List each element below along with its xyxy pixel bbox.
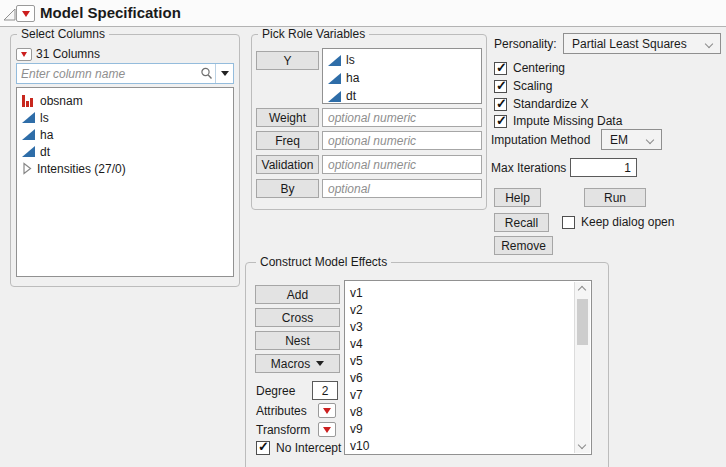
column-search-box	[16, 63, 234, 84]
standardize-x-checkbox[interactable]	[494, 98, 507, 111]
degree-field	[312, 381, 338, 400]
effect-item[interactable]: v2	[345, 301, 591, 318]
max-iterations-field	[570, 158, 637, 177]
scaling-checkbox[interactable]	[494, 80, 507, 93]
help-button[interactable]: Help	[494, 188, 541, 207]
by-input[interactable]	[323, 180, 481, 197]
standardize-x-row: Standardize X	[494, 97, 588, 111]
weight-input[interactable]	[323, 109, 481, 126]
degree-input[interactable]	[313, 382, 337, 399]
effect-item[interactable]: v5	[345, 352, 591, 369]
recall-button[interactable]: Recall	[494, 213, 549, 232]
no-intercept-checkbox[interactable]	[256, 441, 270, 455]
scaling-label: Scaling	[513, 79, 552, 93]
list-item[interactable]: dt	[323, 87, 481, 104]
validation-role-button[interactable]: Validation	[256, 155, 319, 174]
personality-label: Personality:	[494, 37, 557, 51]
effect-item[interactable]: v4	[345, 335, 591, 352]
effect-item[interactable]: v6	[345, 369, 591, 386]
scroll-down-icon[interactable]	[578, 441, 586, 449]
no-intercept-row: No Intercept	[256, 441, 341, 455]
chevron-down-icon	[646, 136, 654, 144]
list-item[interactable]: ls	[323, 51, 481, 69]
y-variable: ha	[346, 71, 359, 85]
nominal-bars-icon	[22, 94, 35, 107]
list-item[interactable]: ha	[17, 126, 233, 143]
remove-button[interactable]: Remove	[494, 236, 553, 255]
list-item[interactable]: obsnam	[17, 92, 233, 109]
red-triangle-icon	[323, 427, 331, 433]
chevron-down-icon	[316, 361, 324, 366]
imputation-method-label: Imputation Method	[491, 133, 590, 147]
max-iterations-label: Max Iterations	[491, 161, 566, 175]
effects-listbox: v1 v2 v3 v4 v5 v6 v7 v8 v9 v10	[344, 280, 592, 455]
centering-checkbox[interactable]	[494, 62, 507, 75]
freq-input[interactable]	[323, 132, 481, 149]
weight-role-button[interactable]: Weight	[256, 108, 319, 127]
expand-arrow-icon[interactable]	[22, 162, 32, 175]
by-role-button[interactable]: By	[256, 179, 319, 198]
red-triangle-icon	[323, 408, 331, 414]
search-icon	[200, 67, 213, 80]
chevron-down-icon	[705, 40, 713, 48]
list-item[interactable]: dt	[17, 143, 233, 160]
scroll-up-icon[interactable]	[578, 286, 586, 294]
validation-input[interactable]	[323, 156, 481, 173]
run-button[interactable]: Run	[584, 188, 646, 207]
list-item[interactable]: ls	[17, 109, 233, 126]
effect-item[interactable]: v1	[345, 284, 591, 301]
keep-dialog-checkbox[interactable]	[562, 216, 575, 229]
impute-missing-checkbox[interactable]	[494, 115, 507, 128]
effect-item[interactable]: v9	[345, 420, 591, 437]
effect-item[interactable]: v8	[345, 403, 591, 420]
scrollbar-thumb[interactable]	[577, 299, 588, 345]
y-role-button[interactable]: Y	[256, 51, 319, 70]
y-variable: ls	[346, 53, 355, 67]
list-item[interactable]: Intensities (27/0)	[17, 160, 233, 177]
pick-roles-label: Pick Role Variables	[258, 27, 369, 41]
personality-select[interactable]: Partial Least Squares	[563, 33, 721, 54]
columns-count: 31 Columns	[36, 47, 100, 61]
macros-button[interactable]: Macros	[255, 354, 340, 373]
max-iterations-input[interactable]	[571, 159, 636, 176]
freq-field	[322, 131, 482, 150]
list-item[interactable]: ha	[323, 69, 481, 87]
disclosure-triangle-icon[interactable]	[3, 8, 16, 21]
columns-red-triangle-button[interactable]	[16, 48, 32, 61]
cross-button[interactable]: Cross	[255, 308, 340, 327]
column-name: ls	[40, 111, 49, 125]
columns-count-row: 31 Columns	[16, 47, 100, 61]
centering-row: Centering	[494, 61, 565, 75]
imputation-method-select[interactable]: EM	[601, 129, 662, 150]
chevron-down-icon	[221, 71, 229, 76]
attributes-red-triangle-button[interactable]	[318, 403, 336, 418]
column-name: ha	[40, 128, 53, 142]
effect-item[interactable]: v10	[345, 437, 591, 454]
add-button[interactable]: Add	[255, 285, 340, 304]
continuous-icon	[22, 112, 35, 123]
page-title: Model Specification	[40, 4, 181, 21]
red-triangle-menu-button[interactable]	[16, 5, 35, 22]
freq-role-button[interactable]: Freq	[256, 131, 319, 150]
macros-label: Macros	[271, 357, 310, 371]
red-triangle-icon	[22, 11, 30, 17]
search-filter-dropdown[interactable]	[216, 64, 233, 83]
nest-button[interactable]: Nest	[255, 331, 340, 350]
continuous-icon	[328, 55, 341, 66]
effect-item[interactable]: v3	[345, 318, 591, 335]
model-effects-label: Construct Model Effects	[256, 255, 391, 269]
transform-red-triangle-button[interactable]	[318, 422, 336, 437]
model-specification-window: Model Specification Select Columns 31 Co…	[0, 0, 726, 467]
red-triangle-icon	[21, 52, 27, 57]
select-columns-label: Select Columns	[17, 27, 109, 41]
column-name: dt	[40, 145, 50, 159]
impute-missing-row: Impute Missing Data	[494, 114, 622, 128]
attributes-label: Attributes	[256, 404, 307, 418]
weight-field	[322, 108, 482, 127]
effects-scrollbar[interactable]	[574, 282, 590, 453]
no-intercept-label: No Intercept	[276, 441, 341, 455]
effect-item[interactable]: v7	[345, 386, 591, 403]
imputation-method-value: EM	[610, 133, 628, 147]
impute-missing-label: Impute Missing Data	[513, 114, 622, 128]
column-search-input[interactable]	[17, 67, 200, 81]
